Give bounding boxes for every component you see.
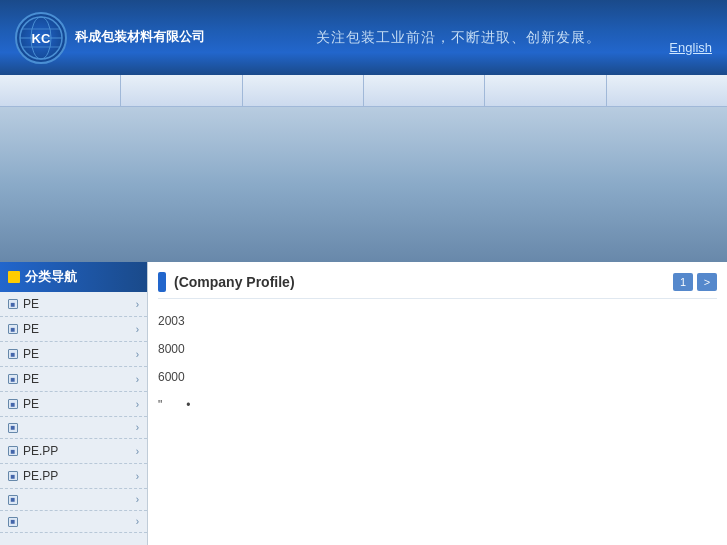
nav-item-6[interactable] [607, 75, 727, 106]
sidebar-item-10[interactable]: ■ › [0, 511, 147, 533]
content-area: (Company Profile) 1 > 2003 8000 6000 " • [148, 262, 727, 545]
sidebar-item-4[interactable]: ■ PE › [0, 367, 147, 392]
sidebar-title: 分类导航 [0, 262, 147, 292]
nav-item-3[interactable] [243, 75, 364, 106]
logo-icon: KC [15, 12, 67, 64]
content-line-3: 6000 [158, 365, 717, 389]
sidebar-dot-2: ■ [8, 324, 18, 334]
content-line-2: 8000 [158, 337, 717, 361]
sidebar-label-3: PE [23, 347, 39, 361]
sidebar-dot-6: ■ [8, 423, 18, 433]
sidebar-item-6[interactable]: ■ › [0, 417, 147, 439]
sidebar-item-7[interactable]: ■ PE.PP › [0, 439, 147, 464]
header: KC 科成包装材料有限公司 关注包装工业前沿，不断进取、创新发展。 Englis… [0, 0, 727, 75]
sidebar-dot-7: ■ [8, 446, 18, 456]
sidebar-title-label: 分类导航 [25, 268, 77, 286]
content-title: (Company Profile) [174, 274, 295, 290]
nav-next-button[interactable]: > [697, 273, 717, 291]
sidebar-item-1[interactable]: ■ PE › [0, 292, 147, 317]
sidebar: 分类导航 ■ PE › ■ PE › ■ PE › ■ [0, 262, 148, 545]
nav-bar [0, 75, 727, 107]
nav-item-5[interactable] [485, 75, 606, 106]
logo-area: KC 科成包装材料有限公司 [15, 12, 205, 64]
nav-item-2[interactable] [121, 75, 242, 106]
nav-prev-button[interactable]: 1 [673, 273, 693, 291]
sidebar-arrow-6: › [136, 422, 139, 433]
sidebar-dot-10: ■ [8, 517, 18, 527]
sidebar-arrow-3: › [136, 349, 139, 360]
sidebar-item-8[interactable]: ■ PE.PP › [0, 464, 147, 489]
sidebar-label-5: PE [23, 397, 39, 411]
sidebar-arrow-2: › [136, 324, 139, 335]
sidebar-label-7: PE.PP [23, 444, 58, 458]
sidebar-arrow-10: › [136, 516, 139, 527]
content-line-4: " • [158, 393, 717, 417]
main-content: 分类导航 ■ PE › ■ PE › ■ PE › ■ [0, 262, 727, 545]
company-name: 科成包装材料有限公司 [75, 28, 205, 46]
svg-text:KC: KC [32, 31, 51, 46]
sidebar-label-2: PE [23, 322, 39, 336]
nav-item-4[interactable] [364, 75, 485, 106]
sidebar-label-4: PE [23, 372, 39, 386]
sidebar-dot-9: ■ [8, 495, 18, 505]
content-icon [158, 272, 166, 292]
sidebar-item-2[interactable]: ■ PE › [0, 317, 147, 342]
header-slogan: 关注包装工业前沿，不断进取、创新发展。 [205, 29, 712, 47]
sidebar-title-icon [8, 271, 20, 283]
sidebar-dot-1: ■ [8, 299, 18, 309]
sidebar-arrow-1: › [136, 299, 139, 310]
content-body: 2003 8000 6000 " • [158, 309, 717, 417]
sidebar-label-1: PE [23, 297, 39, 311]
sidebar-arrow-5: › [136, 399, 139, 410]
sidebar-label-8: PE.PP [23, 469, 58, 483]
sidebar-dot-5: ■ [8, 399, 18, 409]
language-toggle[interactable]: English [669, 40, 712, 55]
sidebar-item-3[interactable]: ■ PE › [0, 342, 147, 367]
sidebar-arrow-8: › [136, 471, 139, 482]
sidebar-dot-8: ■ [8, 471, 18, 481]
sidebar-arrow-4: › [136, 374, 139, 385]
sidebar-dot-3: ■ [8, 349, 18, 359]
content-line-1: 2003 [158, 309, 717, 333]
sidebar-item-5[interactable]: ■ PE › [0, 392, 147, 417]
sidebar-arrow-9: › [136, 494, 139, 505]
sidebar-arrow-7: › [136, 446, 139, 457]
banner-area [0, 107, 727, 262]
content-nav: 1 > [673, 273, 717, 291]
content-header: (Company Profile) 1 > [158, 272, 717, 299]
sidebar-item-9[interactable]: ■ › [0, 489, 147, 511]
sidebar-dot-4: ■ [8, 374, 18, 384]
nav-item-1[interactable] [0, 75, 121, 106]
